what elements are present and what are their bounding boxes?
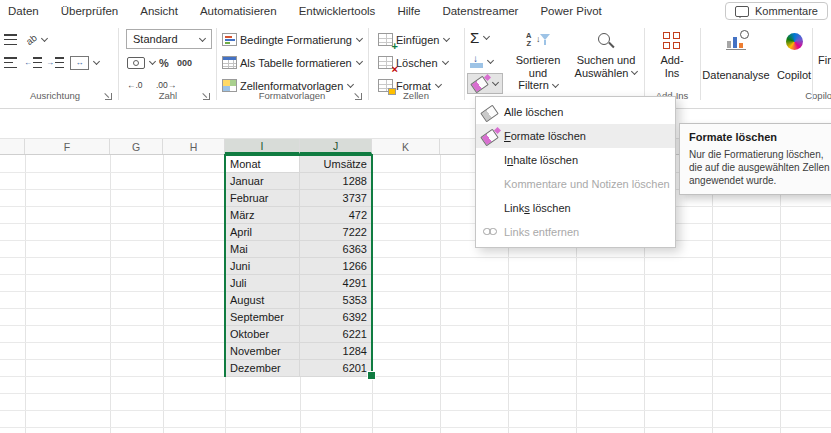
cell-value[interactable]: 5353 xyxy=(300,292,371,309)
menu-item-label: Links löschen xyxy=(504,202,571,214)
dialog-launcher-formatvorlagen[interactable] xyxy=(354,92,363,101)
cell-month[interactable]: Februar xyxy=(226,190,300,207)
menu-item-label: Links entfernen xyxy=(504,226,579,238)
text-orientation-button[interactable]: ab xyxy=(26,30,47,49)
cell-month[interactable]: Juni xyxy=(226,258,300,275)
gridline-horizontal xyxy=(0,223,831,224)
align-left-button[interactable] xyxy=(4,53,17,72)
percent-icon: % xyxy=(159,57,169,69)
selected-range[interactable]: MonatUmsätzeJanuar1288Februar3737März472… xyxy=(224,154,373,377)
align-top-button[interactable] xyxy=(4,30,17,49)
menu-tab-power-pivot[interactable]: Power Pivot xyxy=(540,5,601,17)
cell-month[interactable]: Juli xyxy=(226,275,300,292)
fill-handle[interactable] xyxy=(367,371,376,380)
comments-button[interactable]: Kommentare xyxy=(725,2,828,20)
percent-style-button[interactable]: % xyxy=(159,53,169,72)
menu-tab-hilfe[interactable]: Hilfe xyxy=(397,5,420,17)
cell-value[interactable]: 472 xyxy=(300,207,371,224)
cell-value[interactable]: 1284 xyxy=(300,343,371,360)
cell-value[interactable]: 6392 xyxy=(300,309,371,326)
column-header-k[interactable]: K xyxy=(372,139,440,154)
cell-value[interactable]: 1288 xyxy=(300,173,371,190)
cell-month[interactable]: Januar xyxy=(226,173,300,190)
data-analysis-button[interactable]: Datenanalyse xyxy=(702,26,770,104)
dialog-launcher-zahl[interactable] xyxy=(202,92,211,101)
delete-cells-button[interactable]: Löschen xyxy=(378,53,448,72)
gridline-horizontal xyxy=(0,274,831,275)
number-format-select[interactable]: Standard xyxy=(126,29,212,49)
text-orientation-icon: ab xyxy=(24,32,39,47)
column-header-g[interactable]: G xyxy=(110,139,163,154)
merge-center-button[interactable]: ↔ xyxy=(70,53,99,72)
button-label-line1: Suchen und xyxy=(574,54,638,67)
cell-value[interactable]: 6363 xyxy=(300,241,371,258)
column-header-j[interactable]: J xyxy=(300,139,372,154)
menu-tab-uberprufen[interactable]: Überprüfen xyxy=(61,5,119,17)
cell-header-monat[interactable]: Monat xyxy=(226,156,300,173)
sort-filter-button[interactable]: AZ↓ Sortieren und Filtern xyxy=(506,26,570,104)
comma-style-button[interactable]: 000 xyxy=(177,53,192,72)
cell-value[interactable]: 4291 xyxy=(300,275,371,292)
table-row: Juni1266 xyxy=(226,258,371,275)
align-top-icon xyxy=(4,34,17,45)
clear-button[interactable] xyxy=(468,74,502,93)
column-header-i[interactable]: I xyxy=(225,139,300,154)
menu-item-inhalte-loschen[interactable]: Inhalte löschen xyxy=(476,148,675,172)
chevron-down-icon xyxy=(443,35,450,42)
menu-item-label: Alle löschen xyxy=(504,106,563,118)
chevron-down-icon xyxy=(552,81,559,88)
accounting-format-button[interactable] xyxy=(127,53,155,72)
menu-tab-entwicklertools[interactable]: Entwicklertools xyxy=(299,5,376,17)
decrease-indent-button[interactable]: ← xyxy=(24,53,42,72)
autosum-button[interactable]: Σ xyxy=(470,28,489,47)
gridline-vertical xyxy=(25,155,26,433)
increase-indent-button[interactable]: → xyxy=(46,53,64,72)
cell-value[interactable]: 3737 xyxy=(300,190,371,207)
column-header-h[interactable]: H xyxy=(163,139,225,154)
chevron-down-icon xyxy=(93,58,100,65)
table-row: November1284 xyxy=(226,343,371,360)
group-separator xyxy=(464,28,465,100)
menu-item-alle-loschen[interactable]: Alle löschen xyxy=(476,100,675,124)
button-label: Löschen xyxy=(396,57,438,69)
increase-decimal-icon: ←.0 xyxy=(127,80,143,90)
menu-tab-ansicht[interactable]: Ansicht xyxy=(140,5,178,17)
cell-value[interactable]: 7222 xyxy=(300,224,371,241)
fill-button[interactable] xyxy=(470,52,493,71)
menu-tab-daten[interactable]: Daten xyxy=(8,5,39,17)
comments-label: Kommentare xyxy=(755,5,818,17)
menu-item-formate-loschen[interactable]: Formate löschen xyxy=(476,124,675,148)
currency-icon xyxy=(127,57,145,69)
cell-month[interactable]: Mai xyxy=(226,241,300,258)
column-header[interactable] xyxy=(0,139,25,154)
thousands-icon: 000 xyxy=(177,58,192,68)
column-header-f[interactable]: F xyxy=(25,139,110,154)
dialog-launcher-ausrichtung[interactable] xyxy=(104,92,113,101)
button-label: Bedingte Formatierung xyxy=(240,34,352,46)
sort-filter-icon: AZ↓ xyxy=(506,28,570,54)
cell-month[interactable]: August xyxy=(226,292,300,309)
format-as-table-button[interactable]: Als Tabelle formatieren xyxy=(222,53,362,72)
cell-month[interactable]: Dezember xyxy=(226,360,300,377)
menu-item-links-loschen[interactable]: Links löschen xyxy=(476,196,675,220)
button-label-line1: Add- xyxy=(648,54,696,67)
cell-month[interactable]: März xyxy=(226,207,300,224)
tooltip: Formate löschen Nur die Formatierung lös… xyxy=(679,123,831,195)
button-label: Als Tabelle formatieren xyxy=(240,57,352,69)
menu-tab-automatisieren[interactable]: Automatisieren xyxy=(200,5,277,17)
cell-header-umsaetze[interactable]: Umsätze xyxy=(300,156,371,173)
cell-month[interactable]: April xyxy=(226,224,300,241)
conditional-formatting-button[interactable]: Bedingte Formatierung xyxy=(222,30,362,49)
cell-month[interactable]: September xyxy=(226,309,300,326)
cell-month[interactable]: November xyxy=(226,343,300,360)
cell-value[interactable]: 6221 xyxy=(300,326,371,343)
menu-tab-datenstreamer[interactable]: Datenstreamer xyxy=(442,5,518,17)
cell-value[interactable]: 6201 xyxy=(300,360,371,377)
addins-icon xyxy=(648,28,696,54)
gridline-horizontal xyxy=(0,308,831,309)
cell-month[interactable]: Oktober xyxy=(226,326,300,343)
button-label-line2: Ins xyxy=(665,67,680,80)
insert-cells-button[interactable]: Einfügen xyxy=(378,30,449,49)
cell-value[interactable]: 1266 xyxy=(300,258,371,275)
gridline-horizontal xyxy=(0,393,831,394)
